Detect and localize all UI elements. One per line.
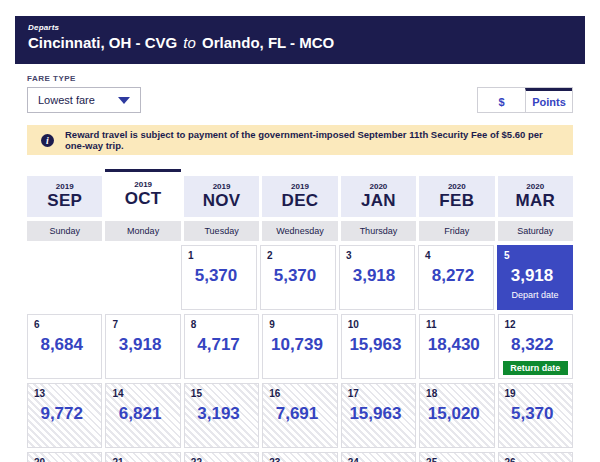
- tab-dec-2019[interactable]: 2019 DEC: [262, 176, 337, 217]
- banner-text: Reward travel is subject to payment of t…: [65, 129, 559, 151]
- fare-points: 3,918: [498, 266, 566, 286]
- day-cell-19: 19 5,370: [498, 383, 573, 448]
- day-cell-13: 13 9,772: [27, 383, 102, 448]
- tab-mar-2020[interactable]: 2020 MAR: [498, 176, 573, 217]
- day-number: 13: [34, 388, 45, 399]
- fare-points: 10,739: [263, 335, 330, 355]
- day-number: 25: [426, 457, 437, 462]
- departs-label: Departs: [28, 23, 572, 32]
- day-cell-18: 18 15,020: [419, 383, 494, 448]
- day-cell-12-return-date[interactable]: 12 8,322 Return date: [498, 314, 573, 379]
- day-number: 5: [504, 250, 510, 261]
- tab-year: 2019: [291, 182, 309, 191]
- day-number: 1: [188, 250, 194, 261]
- day-number: 19: [505, 388, 516, 399]
- weekday-thursday: Thursday: [341, 221, 416, 241]
- low-fare-calendar-page: Departs Cincinnati, OH - CVG to Orlando,…: [0, 0, 600, 462]
- day-number: 9: [269, 319, 275, 330]
- day-cell-4[interactable]: 4 8,272: [418, 245, 494, 310]
- tab-month: OCT: [125, 189, 162, 209]
- weekday-tuesday: Tuesday: [184, 221, 259, 241]
- fare-type-dropdown[interactable]: Lowest fare: [27, 87, 141, 113]
- day-cell-16: 16 7,691: [262, 383, 337, 448]
- day-cell-25: 25 3,973: [419, 452, 494, 462]
- fare-points: 8,322: [499, 335, 566, 355]
- day-cell-3[interactable]: 3 3,918: [339, 245, 415, 310]
- fare-points: 8,272: [419, 266, 487, 286]
- week-row-2: 6 8,684 7 3,918 8 4,717 9 10,739 10 15,9…: [27, 314, 573, 379]
- day-cell-20: 20 3,147: [27, 452, 102, 462]
- day-number: 6: [34, 319, 40, 330]
- tab-year: 2020: [370, 182, 388, 191]
- month-tabs: 2019 SEP 2019 OCT 2019 NOV 2019 DEC 2020…: [27, 169, 573, 217]
- day-cell-7[interactable]: 7 3,918: [105, 314, 180, 379]
- tab-nov-2019[interactable]: 2019 NOV: [184, 176, 259, 217]
- weekday-sunday: Sunday: [27, 221, 102, 241]
- day-number: 17: [348, 388, 359, 399]
- tab-sep-2019[interactable]: 2019 SEP: [27, 176, 102, 217]
- fare-points: 8,684: [28, 335, 95, 355]
- day-number: 15: [191, 388, 202, 399]
- fare-points: 9,772: [28, 404, 95, 424]
- fare-points: 18,430: [420, 335, 487, 355]
- fare-type-selected-value: Lowest fare: [38, 94, 95, 106]
- fare-type-group: FARE TYPE Lowest fare: [27, 74, 141, 113]
- fare-points: 3,918: [340, 266, 408, 286]
- day-cell-1[interactable]: 1 5,370: [181, 245, 257, 310]
- weekday-saturday: Saturday: [498, 221, 573, 241]
- empty-cell: [104, 245, 178, 310]
- fare-points: 3,193: [185, 404, 252, 424]
- day-cell-23: 23 7,834: [262, 452, 337, 462]
- day-cell-10[interactable]: 10 15,963: [341, 314, 416, 379]
- currency-toggle: $ Points: [477, 87, 573, 113]
- day-cell-26: 26 3,243: [498, 452, 573, 462]
- day-number: 14: [112, 388, 123, 399]
- day-number: 20: [34, 457, 45, 462]
- info-icon: i: [41, 134, 54, 147]
- day-cell-17: 17 15,963: [341, 383, 416, 448]
- day-cell-2[interactable]: 2 5,370: [260, 245, 336, 310]
- weekday-wednesday: Wednesday: [262, 221, 337, 241]
- empty-cell: [27, 245, 101, 310]
- day-number: 18: [426, 388, 437, 399]
- route-title: Cincinnati, OH - CVG to Orlando, FL - MC…: [28, 34, 572, 51]
- tab-year: 2019: [134, 180, 152, 189]
- day-number: 12: [505, 319, 516, 330]
- toggle-dollars[interactable]: $: [478, 88, 525, 112]
- tab-month: FEB: [439, 191, 474, 211]
- fare-points: 15,963: [342, 335, 409, 355]
- weekday-header-row: Sunday Monday Tuesday Wednesday Thursday…: [27, 221, 573, 241]
- fare-controls-row: FARE TYPE Lowest fare $ Points: [27, 74, 573, 113]
- day-number: 22: [191, 457, 202, 462]
- tab-jan-2020[interactable]: 2020 JAN: [341, 176, 416, 217]
- day-number: 23: [269, 457, 280, 462]
- fare-points: 5,370: [261, 266, 329, 286]
- fare-points: 4,717: [185, 335, 252, 355]
- day-cell-5-depart-date[interactable]: 5 3,918 Depart date: [497, 245, 573, 310]
- toggle-points[interactable]: Points: [525, 88, 572, 112]
- weekday-friday: Friday: [419, 221, 494, 241]
- day-cell-11[interactable]: 11 18,430: [419, 314, 494, 379]
- day-cell-6[interactable]: 6 8,684: [27, 314, 102, 379]
- fare-points: 7,691: [263, 404, 330, 424]
- fare-points: 3,918: [106, 335, 173, 355]
- tab-year: 2019: [213, 182, 231, 191]
- day-number: 3: [346, 250, 352, 261]
- day-number: 7: [112, 319, 118, 330]
- weekday-monday: Monday: [105, 221, 180, 241]
- origin-city: Cincinnati, OH - CVG: [28, 34, 177, 51]
- day-cell-9[interactable]: 9 10,739: [262, 314, 337, 379]
- tab-oct-2019[interactable]: 2019 OCT: [105, 169, 180, 217]
- day-cell-8[interactable]: 8 4,717: [184, 314, 259, 379]
- tab-feb-2020[interactable]: 2020 FEB: [419, 176, 494, 217]
- fare-points: 5,370: [182, 266, 250, 286]
- day-number: 4: [425, 250, 431, 261]
- route-header: Departs Cincinnati, OH - CVG to Orlando,…: [15, 16, 585, 64]
- day-number: 26: [505, 457, 516, 462]
- day-cell-15: 15 3,193: [184, 383, 259, 448]
- day-number: 16: [269, 388, 280, 399]
- day-number: 11: [426, 319, 437, 330]
- fare-points: 5,370: [499, 404, 566, 424]
- to-word: to: [181, 34, 198, 51]
- day-number: 21: [112, 457, 123, 462]
